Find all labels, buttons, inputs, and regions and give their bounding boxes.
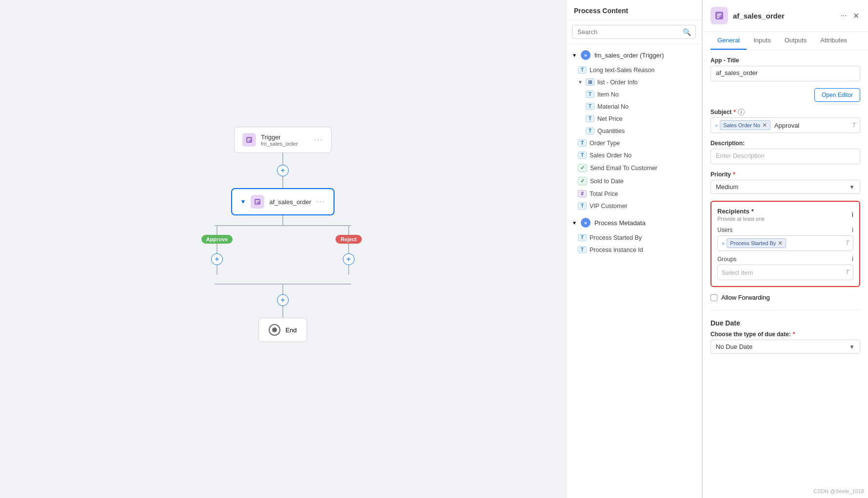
due-date-required: * xyxy=(793,331,795,338)
fm-sales-order-header[interactable]: ▼ » fm_sales_order (Trigger) xyxy=(572,48,696,62)
tree-item-label: Net Price xyxy=(597,115,622,122)
recipients-info-icon[interactable]: i xyxy=(852,211,853,218)
end-icon xyxy=(269,324,280,336)
priority-label: Priority * xyxy=(710,171,860,178)
svg-rect-7 xyxy=(256,203,257,204)
af-sales-order-node[interactable]: ▼ af_sales_order ··· xyxy=(231,188,334,215)
tab-attributes[interactable]: Attributes xyxy=(813,32,854,50)
right-panel-header: af_sales_order ··· ✕ xyxy=(703,0,868,32)
branch-bottom-line xyxy=(282,285,283,294)
reject-v-line xyxy=(348,225,349,235)
process-metadata-header[interactable]: ▼ » Process Metadata xyxy=(572,216,696,230)
af-sales-order-menu[interactable]: ··· xyxy=(316,197,325,206)
allow-forwarding-checkbox[interactable] xyxy=(710,294,717,301)
tree-item-processstart[interactable]: T Process Started By xyxy=(566,231,702,244)
users-tag-processstart[interactable]: Process Started By ✕ xyxy=(727,238,786,248)
recipients-header: Recipients * Provide at least one i xyxy=(717,208,853,222)
node-chevron[interactable]: ▼ xyxy=(240,198,246,205)
tree-item-quantities[interactable]: T Quantities xyxy=(566,125,702,137)
section-divider xyxy=(710,310,860,310)
connector-1 xyxy=(282,153,283,165)
add-between-1[interactable]: + xyxy=(277,165,289,176)
type-badge-t4: T xyxy=(586,115,594,122)
users-tag-input[interactable]: » Process Started By ✕ T xyxy=(717,235,853,251)
connector-2 xyxy=(282,176,283,188)
app-title-group: App - Title af_sales_order xyxy=(710,57,860,81)
right-panel-icon xyxy=(710,7,728,24)
due-date-type-group: Choose the type of due date: * No Due Da… xyxy=(710,331,860,354)
priority-dropdown[interactable]: Medium ▼ xyxy=(710,180,860,194)
tree-item-netprice[interactable]: T Net Price xyxy=(566,113,702,125)
allow-forwarding-row: Allow Forwarding xyxy=(710,294,860,301)
groups-info-icon[interactable]: i xyxy=(852,256,853,263)
trigger-node-menu[interactable]: ··· xyxy=(314,135,323,144)
tree-item-itemno[interactable]: T Item No xyxy=(566,88,702,100)
end-icon-inner xyxy=(272,327,277,332)
subject-suffix: Approval xyxy=(774,122,799,129)
tree-item-label: Sold to Date xyxy=(590,178,624,185)
tree-item-ordertype[interactable]: T Order Type xyxy=(566,137,702,149)
due-date-dropdown[interactable]: No Due Date ▼ xyxy=(710,340,860,354)
due-date-section: Due Date Choose the type of due date: * … xyxy=(710,319,860,354)
middle-panel-header: Process Content xyxy=(566,0,702,20)
subject-tag-salesorderno[interactable]: Sales Order No ✕ xyxy=(720,120,770,130)
allow-forwarding-label: Allow Forwarding xyxy=(721,294,770,301)
tree-item-salesorderno[interactable]: T Sales Order No xyxy=(566,149,702,161)
branch-merge-line xyxy=(200,275,366,285)
tree-item-soldtodate[interactable]: ✓ Sold to Date xyxy=(566,174,702,188)
tree-item-processid[interactable]: T Process Instance Id xyxy=(566,244,702,256)
subject-tag-icon: » xyxy=(715,122,718,128)
users-tag-close[interactable]: ✕ xyxy=(778,240,783,247)
end-node[interactable]: End xyxy=(258,318,307,342)
type-badge-t8: T xyxy=(578,202,587,210)
svg-rect-1 xyxy=(247,138,251,139)
type-badge-t10: T xyxy=(578,246,587,253)
canvas-area: Trigger fm_sales_order ··· + ▼ af_sales_… xyxy=(0,0,566,498)
tree-item-vipcustomer[interactable]: T VIP Customer xyxy=(566,200,702,212)
add-approve[interactable]: + xyxy=(211,253,223,265)
type-badge-check: ✓ xyxy=(578,164,587,172)
due-date-title: Due Date xyxy=(710,319,860,327)
subject-tag-close[interactable]: ✕ xyxy=(762,122,767,129)
description-input[interactable]: Enter Description xyxy=(710,149,860,164)
process-metadata-section: ▼ » Process Metadata xyxy=(566,212,702,231)
tree-item-label: Long text-Sales Reason xyxy=(590,67,654,74)
app-title-value[interactable]: af_sales_order xyxy=(710,66,860,81)
type-badge-t9: T xyxy=(578,234,587,241)
approve-v-line-2 xyxy=(217,244,217,253)
section-title-1: fm_sales_order (Trigger) xyxy=(594,52,664,59)
tab-general[interactable]: General xyxy=(710,32,747,50)
type-badge-hash: # xyxy=(578,190,587,197)
branch-section: Approve + Reject + + xyxy=(185,215,380,306)
tree-item-sendemail[interactable]: ✓ Send Email To Customer xyxy=(566,161,702,174)
users-tag-icon: » xyxy=(722,240,725,246)
tree-item-label: Quantities xyxy=(597,128,625,134)
priority-group: Priority * Medium ▼ xyxy=(710,171,860,194)
trigger-node-label: Trigger xyxy=(261,134,298,141)
approve-v-line xyxy=(217,225,217,235)
open-editor-button[interactable]: Open Editor xyxy=(814,88,860,102)
trigger-node[interactable]: Trigger fm_sales_order ··· xyxy=(234,127,332,153)
users-info-icon[interactable]: i xyxy=(852,227,853,233)
subject-tag-input[interactable]: » Sales Order No ✕ Approval T xyxy=(710,117,860,133)
add-reject[interactable]: + xyxy=(343,253,355,265)
close-button[interactable]: ✕ xyxy=(852,10,860,21)
more-options-button[interactable]: ··· xyxy=(840,10,848,21)
tab-outputs[interactable]: Outputs xyxy=(778,32,814,50)
add-after-branch[interactable]: + xyxy=(277,294,289,306)
groups-input[interactable]: Select item T xyxy=(717,265,853,280)
list-chevron: ▼ xyxy=(578,79,583,85)
tree-item-materialNo[interactable]: T Material No xyxy=(566,100,702,113)
search-box: 🔍 xyxy=(566,20,702,44)
tree-item-longtext[interactable]: T Long text-Sales Reason xyxy=(566,64,702,76)
fm-sales-order-section: ▼ » fm_sales_order (Trigger) xyxy=(566,44,702,64)
tree-item-totalprice[interactable]: # Total Price xyxy=(566,188,702,200)
type-badge-t: T xyxy=(578,66,587,74)
subject-info-icon[interactable]: i xyxy=(738,109,745,115)
type-badge-list: ⊞ xyxy=(586,78,594,86)
search-input[interactable] xyxy=(572,25,696,39)
due-date-type-label: Choose the type of due date: * xyxy=(710,331,860,338)
tab-inputs[interactable]: Inputs xyxy=(747,32,777,50)
groups-group: Groups i Select item T xyxy=(717,256,853,280)
tree-item-list[interactable]: ▼ ⊞ list - Order Info xyxy=(566,76,702,88)
